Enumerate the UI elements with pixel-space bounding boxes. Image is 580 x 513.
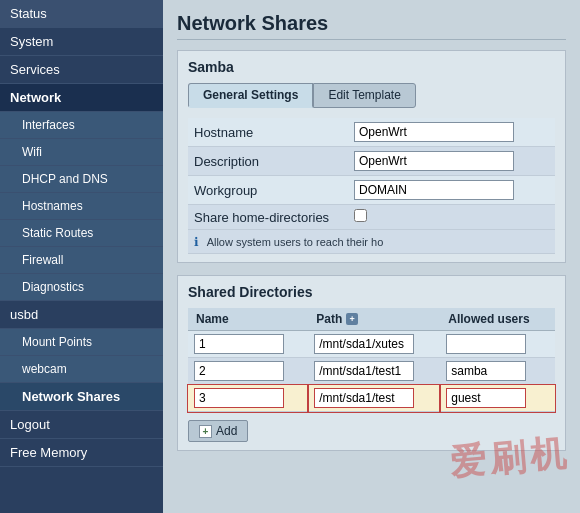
dir-name-1[interactable] [194, 334, 284, 354]
sidebar-item-interfaces[interactable]: Interfaces [0, 112, 163, 139]
tab-general-settings[interactable]: General Settings [188, 83, 313, 108]
dir-row-2 [188, 358, 555, 385]
sidebar-item-diagnostics[interactable]: Diagnostics [0, 274, 163, 301]
dir-users-3[interactable] [446, 388, 526, 408]
sidebar-item-logout[interactable]: Logout [0, 411, 163, 439]
sidebar-item-network-shares[interactable]: Network Shares [0, 383, 163, 411]
description-input[interactable] [354, 151, 514, 171]
path-sort-icon[interactable]: + [346, 313, 358, 325]
col-path: Path + [308, 308, 440, 331]
add-button[interactable]: + Add [188, 420, 248, 442]
home-dirs-checkbox[interactable] [354, 209, 367, 222]
sidebar-item-firewall[interactable]: Firewall [0, 247, 163, 274]
sidebar-item-status[interactable]: Status [0, 0, 163, 28]
hostname-label: Hostname [188, 118, 348, 147]
sidebar-item-webcam[interactable]: webcam [0, 356, 163, 383]
info-icon: ℹ [194, 235, 199, 249]
tab-edit-template[interactable]: Edit Template [313, 83, 416, 108]
workgroup-label: Workgroup [188, 176, 348, 205]
sidebar-item-dhcp[interactable]: DHCP and DNS [0, 166, 163, 193]
sidebar-item-services[interactable]: Services [0, 56, 163, 84]
samba-tabs: General Settings Edit Template [188, 83, 555, 108]
add-icon: + [199, 425, 212, 438]
description-label: Description [188, 147, 348, 176]
workgroup-input[interactable] [354, 180, 514, 200]
samba-section-title: Samba [188, 59, 555, 75]
dir-row-3 [188, 385, 555, 412]
dir-users-2[interactable] [446, 361, 526, 381]
dir-path-3[interactable] [314, 388, 414, 408]
sidebar-item-usbd[interactable]: usbd [0, 301, 163, 329]
samba-section: Samba General Settings Edit Template Hos… [177, 50, 566, 263]
dir-table-header: Name Path + Allowed users [188, 308, 555, 331]
allow-text-row: ℹ Allow system users to reach their ho [188, 230, 555, 254]
home-dirs-label: Share home-directories [188, 205, 348, 230]
page-title: Network Shares [177, 12, 566, 40]
sidebar-item-static-routes[interactable]: Static Routes [0, 220, 163, 247]
dir-name-2[interactable] [194, 361, 284, 381]
sidebar-item-network[interactable]: Network [0, 84, 163, 112]
hostname-row: Hostname [188, 118, 555, 147]
dir-path-1[interactable] [314, 334, 414, 354]
dir-row-1 [188, 331, 555, 358]
workgroup-row: Workgroup [188, 176, 555, 205]
main-content: Network Shares Samba General Settings Ed… [163, 0, 580, 513]
sidebar-item-free-memory[interactable]: Free Memory [0, 439, 163, 467]
hostname-input[interactable] [354, 122, 514, 142]
shared-dirs-table: Name Path + Allowed users [188, 308, 555, 412]
path-header-label: Path [316, 312, 342, 326]
sidebar-item-hostnames[interactable]: Hostnames [0, 193, 163, 220]
shared-dirs-title: Shared Directories [188, 284, 555, 300]
dir-path-2[interactable] [314, 361, 414, 381]
description-row: Description [188, 147, 555, 176]
dir-users-1[interactable] [446, 334, 526, 354]
add-button-label: Add [216, 424, 237, 438]
samba-form-table: Hostname Description Workgroup Share hom… [188, 118, 555, 254]
col-name: Name [188, 308, 308, 331]
col-allowed-users: Allowed users [440, 308, 555, 331]
home-dirs-row: Share home-directories [188, 205, 555, 230]
sidebar-item-mount-points[interactable]: Mount Points [0, 329, 163, 356]
dir-name-3[interactable] [194, 388, 284, 408]
sidebar: Status System Services Network Interface… [0, 0, 163, 513]
sidebar-item-wifi[interactable]: Wifi [0, 139, 163, 166]
allow-system-users-text: Allow system users to reach their ho [207, 236, 384, 248]
shared-directories-section: Shared Directories Name Path + Allowed u… [177, 275, 566, 451]
sidebar-item-system[interactable]: System [0, 28, 163, 56]
